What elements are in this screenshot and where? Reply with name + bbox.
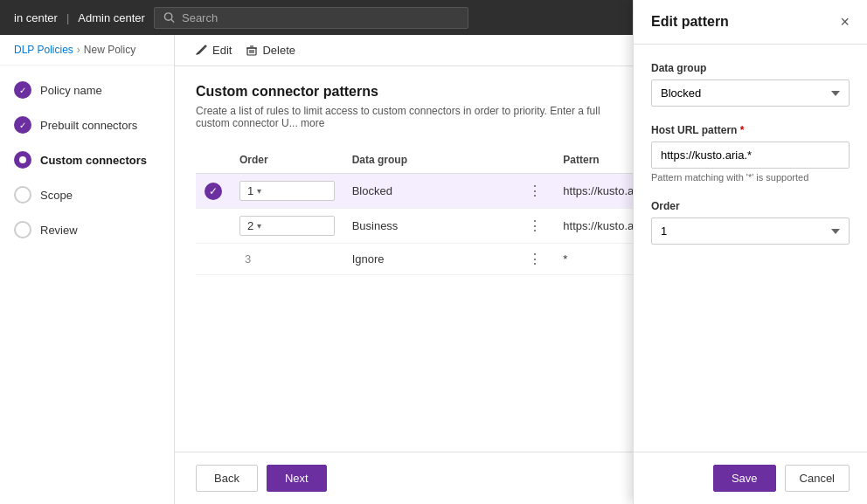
col-order-label: Order	[231, 147, 343, 174]
save-button[interactable]: Save	[713, 465, 776, 492]
panel-header: Edit pattern ×	[634, 0, 867, 45]
sidebar-label-prebuilt: Prebuilt connectors	[40, 119, 137, 132]
host-url-input[interactable]	[651, 142, 850, 169]
edit-button[interactable]: Edit	[196, 44, 232, 57]
row2-order-cell: 2 ▾	[231, 209, 343, 244]
row3-order-cell: 3	[231, 244, 343, 275]
panel-footer: Save Cancel	[634, 452, 867, 504]
step-icon-prebuilt: ✓	[14, 116, 31, 134]
sidebar-label-review: Review	[40, 224, 78, 237]
back-button[interactable]: Back	[196, 465, 258, 492]
search-icon	[163, 11, 175, 24]
row1-order-box[interactable]: 1 ▾	[239, 181, 335, 201]
row2-order-box[interactable]: 2 ▾	[239, 216, 335, 236]
step-icon-scope	[14, 186, 31, 204]
edit-icon	[196, 45, 208, 57]
row1-order-value: 1	[247, 184, 253, 197]
breadcrumb-current: New Policy	[84, 44, 135, 56]
row1-check-cell: ✓	[196, 174, 231, 209]
row1-order-cell: 1 ▾	[231, 174, 343, 209]
sidebar-item-policy-name[interactable]: ✓ Policy name	[0, 72, 174, 107]
step-icon-policy-name: ✓	[14, 81, 31, 99]
data-group-select[interactable]: Blocked Business Ignore	[651, 79, 850, 107]
svg-point-0	[164, 13, 171, 20]
host-url-hint: Pattern matching with '*' is supported	[651, 172, 850, 183]
host-url-label: Host URL pattern *	[651, 124, 850, 136]
sidebar-item-review[interactable]: Review	[0, 212, 174, 247]
panel-body: Data group Blocked Business Ignore Host …	[634, 45, 867, 452]
order-field: Order 1 2 3	[651, 200, 850, 245]
row1-checkmark: ✓	[205, 183, 222, 200]
data-group-field: Data group Blocked Business Ignore	[651, 62, 850, 107]
sidebar-item-scope[interactable]: Scope	[0, 177, 174, 212]
breadcrumb-parent[interactable]: DLP Policies	[14, 44, 73, 56]
svg-line-1	[171, 19, 174, 22]
search-bar[interactable]	[154, 7, 468, 29]
row3-order-static: 3	[239, 250, 256, 268]
sidebar-nav: ✓ Policy name ✓ Prebuilt connectors Cust…	[0, 66, 174, 504]
delete-button[interactable]: Delete	[246, 44, 295, 57]
sidebar-item-custom-connectors[interactable]: Custom connectors	[0, 142, 174, 177]
row2-data-group: Business	[343, 209, 517, 244]
col-order	[196, 147, 231, 174]
row1-dots-cell[interactable]: ⋮	[516, 174, 554, 209]
step-icon-review	[14, 221, 31, 238]
admin-label: Admin center	[78, 11, 145, 24]
col-dots	[516, 147, 554, 174]
row1-context-menu[interactable]: ⋮	[524, 183, 545, 198]
breadcrumb-separator: ›	[77, 44, 80, 56]
nav-divider: |	[66, 11, 69, 24]
row3-context-menu[interactable]: ⋮	[524, 252, 545, 266]
sidebar-item-prebuilt-connectors[interactable]: ✓ Prebuilt connectors	[0, 107, 174, 142]
search-input[interactable]	[182, 11, 459, 24]
row2-dots-cell[interactable]: ⋮	[516, 209, 554, 244]
data-group-label: Data group	[651, 62, 850, 74]
order-select[interactable]: 1 2 3	[651, 217, 850, 245]
col-data-group: Data group	[343, 147, 517, 174]
panel-close-button[interactable]: ×	[840, 14, 850, 30]
row3-dots-cell[interactable]: ⋮	[516, 244, 554, 275]
row3-data-group: Ignore	[343, 244, 517, 275]
sidebar-label-scope: Scope	[40, 189, 73, 202]
host-url-field: Host URL pattern * Pattern matching with…	[651, 124, 850, 183]
step-icon-custom	[14, 151, 31, 169]
required-marker: *	[740, 124, 745, 136]
cancel-button[interactable]: Cancel	[785, 465, 850, 492]
delete-icon	[246, 45, 258, 57]
sidebar-label-policy-name: Policy name	[40, 84, 102, 97]
active-dot-inner	[19, 156, 26, 163]
order-label: Order	[651, 200, 850, 212]
breadcrumb: DLP Policies › New Policy	[0, 35, 174, 66]
panel-title: Edit pattern	[651, 14, 729, 30]
row1-data-group: Blocked	[343, 174, 517, 209]
edit-label: Edit	[212, 44, 232, 57]
section-description: Create a list of rules to limit access t…	[196, 105, 633, 129]
app-brand: in center | Admin center	[14, 11, 145, 24]
delete-label: Delete	[262, 44, 295, 57]
row3-check-cell	[196, 244, 231, 275]
app-label: in center	[14, 11, 58, 24]
row2-check-cell	[196, 209, 231, 244]
row2-context-menu[interactable]: ⋮	[524, 218, 545, 233]
row2-order-value: 2	[247, 219, 253, 232]
sidebar-label-custom: Custom connectors	[40, 154, 147, 167]
row1-order-chevron: ▾	[257, 186, 261, 196]
sidebar: DLP Policies › New Policy ✓ Policy name …	[0, 35, 175, 504]
row2-order-chevron: ▾	[257, 221, 261, 231]
next-button[interactable]: Next	[267, 465, 327, 492]
edit-panel: Edit pattern × Data group Blocked Busine…	[633, 0, 867, 504]
